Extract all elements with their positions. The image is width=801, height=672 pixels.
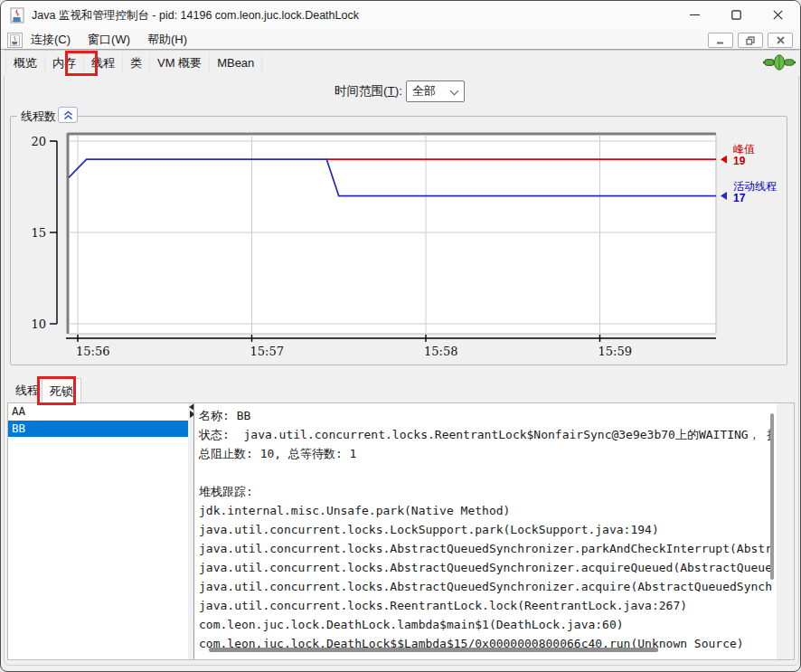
menu-connection[interactable]: 连接(C) [26, 30, 75, 49]
annotation-box-threads-tab [65, 51, 98, 76]
svg-text:峰值: 峰值 [733, 143, 755, 156]
tab-classes[interactable]: 类 [123, 52, 150, 74]
detail-line: 状态: java.util.concurrent.locks.Reentrant… [199, 425, 772, 444]
svg-text:19: 19 [733, 155, 746, 167]
menu-help[interactable]: 帮助(H) [143, 30, 192, 49]
time-range-select[interactable]: 全部 [406, 80, 465, 102]
java-app-icon [9, 7, 25, 24]
svg-text:15:59: 15:59 [598, 345, 632, 358]
svg-text:15:56: 15:56 [76, 345, 109, 358]
detail-line: java.util.concurrent.locks.AbstractQueue… [199, 558, 772, 577]
tab-vm-summary[interactable]: VM 概要 [150, 52, 210, 74]
frame-close-button[interactable] [768, 33, 793, 48]
window-minimize-button[interactable] [674, 1, 715, 29]
detail-line: com.leon.juc.lock.DeathLock.lambda$main$… [199, 615, 772, 634]
java-coffee-icon [9, 34, 21, 46]
window-maximize-button[interactable] [715, 1, 757, 29]
internal-frame-icon [7, 33, 23, 48]
detail-line: 名称: BB [199, 406, 772, 425]
svg-text:17: 17 [733, 192, 746, 204]
collapse-chart-button[interactable] [58, 107, 78, 123]
svg-text:15:58: 15:58 [424, 345, 457, 358]
svg-text:15:57: 15:57 [250, 345, 284, 358]
frame-minimize-button[interactable] [708, 33, 733, 48]
frame-close-icon [777, 36, 785, 44]
detail-line: 总阻止数: 10, 总等待数: 1 [199, 444, 772, 463]
horizontal-scrollbar-thumb[interactable] [209, 648, 658, 652]
maximize-icon [731, 10, 741, 20]
connection-status-plug-icon [763, 54, 796, 71]
thread-count-title: 线程数 [17, 109, 60, 124]
detail-line [199, 463, 772, 482]
annotation-box-deadlock-tab [37, 376, 76, 405]
list-item-aa[interactable]: AA [8, 403, 188, 421]
window-title: Java 监视和管理控制台 - pid: 14196 com.leon.juc.… [32, 1, 359, 30]
svg-text:15: 15 [31, 226, 46, 240]
svg-text:活动线程: 活动线程 [733, 180, 777, 193]
tab-mbeans[interactable]: MBean [210, 52, 262, 74]
time-range-label: 时间范围(T): [308, 83, 402, 99]
main-tab-bar: 概览 内存 线程 类 VM 概要 MBean [4, 51, 799, 76]
tab-overview[interactable]: 概览 [5, 52, 45, 74]
menu-window[interactable]: 窗口(W) [83, 30, 135, 49]
double-chevron-up-icon [63, 110, 73, 120]
detail-line: com.leon.juc.lock.DeathLock$$Lambda$15/0… [199, 634, 772, 648]
thread-count-chart: 20151015:5615:5715:5815:59 峰值19活动线程17 [10, 123, 778, 360]
list-item-bb[interactable]: BB [8, 421, 188, 438]
detail-line: 堆栈跟踪: [199, 482, 772, 501]
jconsole-window: Java 监视和管理控制台 - pid: 14196 com.leon.juc.… [0, 0, 801, 672]
time-range-value: 全部 [412, 81, 436, 101]
frame-restore-icon [746, 36, 755, 45]
detail-line: java.util.concurrent.locks.AbstractQueue… [199, 577, 772, 596]
chevron-down-icon [450, 87, 459, 96]
detail-line: jdk.internal.misc.Unsafe.park(Native Met… [199, 501, 772, 520]
vertical-scrollbar-thumb[interactable] [770, 413, 774, 580]
minimize-icon [690, 10, 700, 20]
chart-legend: 峰值19活动线程17 [721, 143, 777, 203]
deadlock-thread-list: AA BB [8, 403, 188, 659]
chart-plot [68, 133, 716, 334]
window-close-button[interactable] [757, 1, 798, 29]
close-icon [773, 10, 783, 20]
detail-line: java.util.concurrent.locks.AbstractQueue… [199, 539, 772, 558]
thread-detail-text: 名称: BB状态: java.util.concurrent.locks.Ree… [193, 403, 772, 648]
title-bar: Java 监视和管理控制台 - pid: 14196 com.leon.juc.… [1, 1, 800, 30]
frame-restore-button[interactable] [738, 33, 763, 48]
frame-minimize-icon [716, 36, 725, 44]
detail-line: java.util.concurrent.locks.LockSupport.p… [199, 520, 772, 539]
detail-line: java.util.concurrent.locks.ReentrantLock… [199, 596, 772, 615]
svg-text:20: 20 [31, 135, 46, 148]
svg-text:10: 10 [31, 317, 46, 331]
